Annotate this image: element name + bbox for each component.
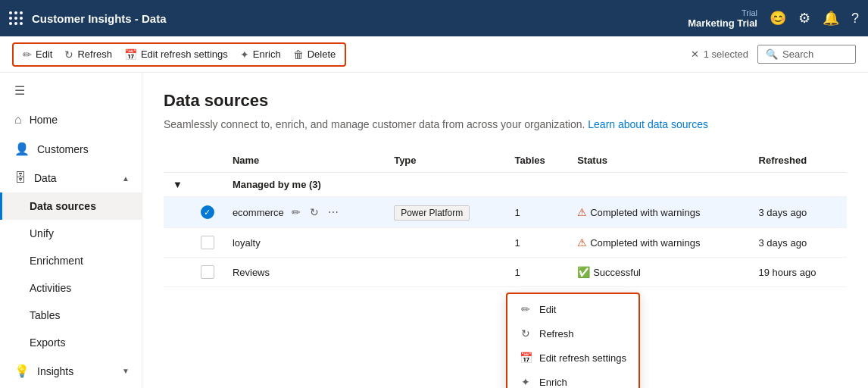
context-menu-item-edit[interactable]: ✏ Edit: [507, 297, 639, 321]
sidebar-item-label: Insights: [37, 365, 114, 377]
toolbar: ✏ Edit ↻ Refresh 📅 Edit refresh settings…: [0, 36, 868, 73]
settings-icon[interactable]: ⚙: [798, 10, 810, 27]
refreshed-text: 19 hours ago: [750, 258, 847, 287]
main-content: Data sources Seamlessly connect to, enri…: [142, 73, 868, 388]
bell-icon[interactable]: 🔔: [823, 10, 839, 27]
sidebar-item-label: Customers: [37, 143, 89, 155]
row-checkbox[interactable]: [201, 236, 214, 249]
close-selected-icon[interactable]: ✕: [691, 48, 699, 60]
row-name: loyalty: [223, 228, 385, 258]
data-icon: 🗄: [14, 171, 27, 185]
col-name-header: Name: [223, 149, 385, 173]
table-row[interactable]: ✓ ecommerce ✏ ↻ ⋯ Power Platform 1: [164, 197, 847, 228]
row-name: ecommerce: [233, 207, 284, 218]
group-label: Managed by me (3): [223, 173, 847, 197]
table-row[interactable]: loyalty 1 ⚠ Completed with warnings 3 da…: [164, 228, 847, 258]
sidebar-item-label: Activities: [30, 282, 71, 294]
col-status-header: Status: [568, 149, 749, 173]
context-menu-item-refresh[interactable]: ↻ Refresh: [507, 321, 639, 346]
sidebar-item-label: Data sources: [30, 200, 96, 212]
sidebar-item-home[interactable]: ⌂ Home: [0, 105, 142, 134]
warning-icon: ⚠: [577, 236, 587, 249]
tables-count: 1: [506, 258, 569, 287]
page-title: Data sources: [164, 91, 847, 111]
sidebar-item-hamburger[interactable]: ☰: [0, 76, 142, 105]
tables-count: 1: [506, 228, 569, 258]
data-table: Name Type Tables Status Refreshed ▼ Mana…: [164, 149, 847, 287]
success-icon: ✅: [577, 266, 590, 278]
col-check-header: [192, 149, 223, 173]
context-menu-item-enrich[interactable]: ✦ Enrich: [507, 370, 639, 388]
enrich-icon: ✦: [240, 48, 249, 61]
type-tag: Power Platform: [394, 205, 470, 221]
enrich-button[interactable]: ✦ Enrich: [236, 45, 286, 64]
sidebar-item-exports[interactable]: Exports: [0, 329, 142, 356]
row-name: Reviews: [223, 258, 385, 287]
sidebar-item-tables[interactable]: Tables: [0, 302, 142, 329]
row-edit-button[interactable]: ✏: [290, 205, 302, 220]
top-nav: Customer Insights - Data Trial Marketing…: [0, 0, 868, 36]
row-more-button[interactable]: ⋯: [326, 205, 340, 220]
sidebar-item-label: Data: [34, 172, 114, 184]
user-icon[interactable]: 😊: [770, 10, 786, 27]
col-expand-header: [164, 149, 192, 173]
sidebar-item-label: Home: [30, 114, 58, 126]
row-checkbox[interactable]: ✓: [201, 205, 214, 219]
sidebar-item-label: Enrichment: [30, 255, 83, 267]
sidebar-item-data-sources[interactable]: Data sources: [0, 192, 142, 220]
help-icon[interactable]: ?: [851, 11, 859, 27]
delete-button[interactable]: 🗑 Delete: [289, 45, 341, 64]
search-icon: 🔍: [766, 48, 778, 60]
sidebar: ☰ ⌂ Home 👤 Customers 🗄 Data ▲ Data sourc…: [0, 73, 142, 388]
sidebar-item-label: Exports: [30, 336, 65, 349]
edit-icon: ✏: [520, 303, 532, 315]
search-box[interactable]: 🔍 Search: [757, 45, 856, 64]
refresh-icon: ↻: [520, 327, 532, 340]
insights-icon: 💡: [14, 364, 30, 378]
trial-badge: Trial Marketing Trial: [688, 8, 757, 29]
delete-icon: 🗑: [293, 48, 304, 61]
learn-link[interactable]: Learn about data sources: [588, 118, 708, 130]
sidebar-item-unify[interactable]: Unify: [0, 220, 142, 247]
row-refresh-button[interactable]: ↻: [308, 205, 320, 220]
sidebar-item-customers[interactable]: 👤 Customers: [0, 134, 142, 164]
col-refreshed-header: Refreshed: [750, 149, 847, 173]
col-tables-header: Tables: [506, 149, 569, 173]
edit-refresh-settings-button[interactable]: 📅 Edit refresh settings: [120, 45, 233, 64]
sidebar-item-activities[interactable]: Activities: [0, 274, 142, 302]
edit-button[interactable]: ✏ Edit: [18, 45, 57, 64]
edit-icon: ✏: [23, 48, 32, 61]
group-row: ▼ Managed by me (3): [164, 173, 847, 197]
refresh-button[interactable]: ↻ Refresh: [60, 45, 117, 64]
col-type-header: Type: [385, 149, 505, 173]
sidebar-item-label: Unify: [30, 227, 54, 239]
sidebar-item-data[interactable]: 🗄 Data ▲: [0, 164, 142, 192]
sidebar-item-label: Tables: [30, 309, 60, 321]
refreshed-text: 3 days ago: [750, 197, 847, 228]
app-title: Customer Insights - Data: [32, 12, 167, 25]
chevron-down-icon: ▲: [122, 174, 130, 183]
sidebar-item-enrichment[interactable]: Enrichment: [0, 247, 142, 274]
refreshed-text: 3 days ago: [750, 228, 847, 258]
edit-refresh-icon: 📅: [124, 48, 137, 61]
table-row[interactable]: Reviews 1 ✅ Successful 19 hours ago: [164, 258, 847, 287]
chevron-right-icon: ▼: [122, 367, 130, 375]
enrich-icon: ✦: [520, 376, 532, 388]
page-description: Seamlessly connect to, enrich, and manag…: [164, 118, 847, 130]
hamburger-icon: ☰: [14, 83, 25, 98]
home-icon: ⌂: [14, 113, 22, 127]
warning-icon: ⚠: [577, 206, 587, 218]
waffle-icon[interactable]: [9, 11, 23, 25]
tables-count: 1: [506, 197, 569, 228]
edit-refresh-icon: 📅: [520, 352, 532, 364]
status-text: Successful: [593, 267, 641, 278]
status-text: Completed with warnings: [590, 237, 700, 249]
customers-icon: 👤: [14, 142, 30, 156]
toolbar-action-group: ✏ Edit ↻ Refresh 📅 Edit refresh settings…: [12, 42, 346, 67]
row-checkbox[interactable]: [201, 265, 214, 279]
context-menu-item-edit-refresh[interactable]: 📅 Edit refresh settings: [507, 346, 639, 370]
context-menu: ✏ Edit ↻ Refresh 📅 Edit refresh settings…: [506, 293, 640, 388]
sidebar-item-insights[interactable]: 💡 Insights ▼: [0, 356, 142, 386]
selected-badge: ✕ 1 selected: [691, 48, 748, 60]
refresh-icon: ↻: [64, 48, 73, 61]
